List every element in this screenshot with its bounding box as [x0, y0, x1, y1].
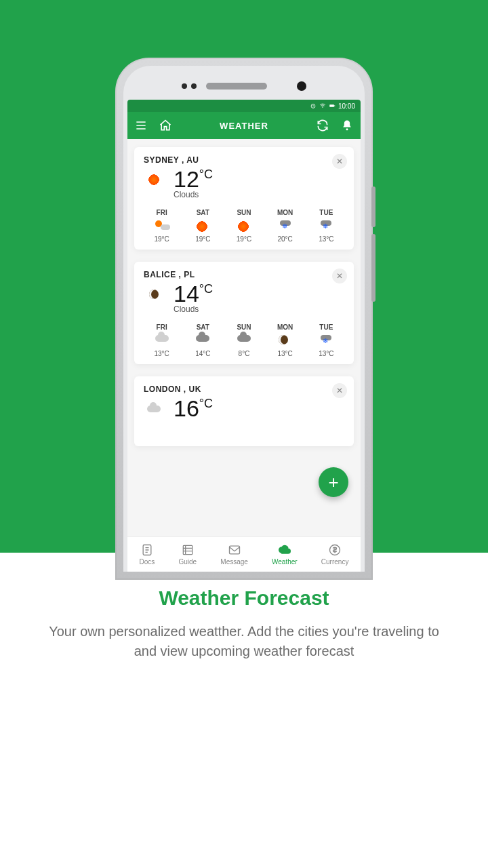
nav-label: Guide — [179, 558, 197, 566]
forecast-day: FRI19°C — [144, 209, 180, 243]
refresh-icon[interactable] — [316, 119, 329, 132]
nav-weather[interactable]: Weather — [272, 543, 298, 566]
forecast-day-temp: 13°C — [277, 350, 292, 357]
phone-earpiece — [127, 73, 361, 100]
forecast-day: SUN19°C — [226, 209, 262, 243]
forecast-day-label: TUE — [319, 209, 333, 216]
phone-side-button — [371, 234, 375, 302]
forecast-day-label: SUN — [237, 209, 251, 216]
add-city-fab[interactable]: + — [319, 467, 348, 497]
forecast-day-temp: 19°C — [154, 235, 169, 243]
forecast-day-label: SAT — [197, 323, 209, 331]
nav-docs[interactable]: Docs — [140, 543, 155, 566]
city-label: BALICE , PL — [144, 270, 344, 279]
rain-icon: ❄ — [319, 220, 333, 231]
nav-icon — [228, 543, 241, 557]
forecast-day-temp: 19°C — [237, 235, 251, 243]
svg-rect-3 — [334, 105, 335, 106]
forecast-day-temp: 13°C — [319, 350, 333, 357]
forecast-day-temp: 8°C — [239, 350, 250, 357]
remove-city-button[interactable]: ✕ — [332, 383, 347, 398]
svg-point-4 — [346, 128, 348, 130]
forecast-day: SUN8°C — [226, 323, 262, 357]
forecast-row: FRI19°CSAT19°CSUN19°CMON❄20°CTUE❄13°C — [144, 209, 344, 243]
forecast-day-temp: 20°C — [277, 235, 292, 243]
nav-currency[interactable]: Currency — [321, 543, 349, 566]
hero-background: 10:00 WEATHER — [0, 0, 488, 553]
app-bar: WEATHER — [127, 112, 361, 139]
phone-side-button — [371, 186, 375, 227]
nav-icon — [278, 543, 291, 557]
forecast-day: SAT19°C — [185, 209, 221, 243]
nav-label: Currency — [321, 558, 349, 566]
weather-card: ✕LONDON , UK16°C — [134, 376, 354, 446]
promo-body: Your own personalized weatther. Add the … — [41, 622, 447, 661]
svg-point-1 — [322, 107, 323, 108]
sun-icon — [237, 220, 251, 231]
forecast-day-label: FRI — [157, 323, 167, 331]
cloud-icon — [155, 335, 169, 346]
forecast-day-temp: 13°C — [154, 350, 169, 357]
cloud-dark-icon — [237, 335, 251, 346]
nav-message[interactable]: Message — [220, 543, 248, 566]
remove-city-button[interactable]: ✕ — [332, 269, 347, 283]
weather-card: ✕SYDNEY , AU12°CCloudsFRI19°CSAT19°CSUN1… — [134, 147, 354, 250]
wifi-icon — [319, 102, 326, 109]
promo-title: Weather Forecast — [41, 587, 447, 610]
page-title: WEATHER — [183, 121, 305, 131]
forecast-day-label: MON — [277, 209, 293, 216]
bottom-nav: DocsGuideMessageWeatherCurrency — [127, 536, 361, 572]
forecast-day-label: FRI — [157, 209, 167, 216]
forecast-day-label: MON — [277, 323, 293, 331]
cloud-icon — [144, 399, 164, 419]
moon-icon — [279, 335, 292, 346]
nav-guide[interactable]: Guide — [179, 543, 197, 566]
current-temp: 14°C — [174, 281, 213, 307]
forecast-day-label: SUN — [237, 323, 251, 331]
city-label: LONDON , UK — [144, 384, 344, 394]
forecast-day-temp: 19°C — [195, 235, 210, 243]
battery-icon — [329, 102, 336, 109]
forecast-day: TUE❄13°C — [308, 323, 344, 357]
home-icon[interactable] — [159, 119, 172, 132]
status-time: 10:00 — [338, 102, 355, 110]
forecast-day: FRI13°C — [144, 323, 180, 357]
nav-label: Weather — [272, 558, 298, 566]
sun-icon — [144, 170, 164, 190]
forecast-day-temp: 13°C — [319, 235, 333, 243]
svg-rect-2 — [329, 104, 334, 106]
nav-label: Message — [220, 558, 248, 566]
svg-rect-7 — [229, 546, 239, 554]
forecast-row: FRI13°CSAT14°CSUN8°CMON13°CTUE❄13°C — [144, 323, 344, 357]
notifications-icon[interactable] — [340, 119, 354, 132]
forecast-day: MON❄20°C — [267, 209, 303, 243]
weather-card: ✕BALICE , PL14°CCloudsFRI13°CSAT14°CSUN8… — [134, 262, 354, 364]
suncloud-icon — [155, 220, 169, 231]
city-label: SYDNEY , AU — [144, 155, 344, 165]
nav-icon — [328, 543, 342, 557]
forecast-day-temp: 14°C — [195, 350, 210, 357]
content-area: ✕SYDNEY , AU12°CCloudsFRI19°CSAT19°CSUN1… — [127, 139, 361, 536]
alarm-icon — [310, 102, 317, 109]
sun-icon — [196, 220, 209, 231]
forecast-day: MON13°C — [267, 323, 303, 357]
current-temp: 12°C — [174, 166, 213, 193]
forecast-day-label: TUE — [319, 323, 333, 331]
forecast-day: SAT14°C — [185, 323, 221, 357]
nav-icon — [140, 543, 154, 557]
nav-label: Docs — [140, 558, 155, 566]
forecast-day: TUE❄13°C — [308, 209, 344, 243]
nav-icon — [181, 543, 195, 557]
rain-icon: ❄ — [279, 220, 292, 231]
remove-city-button[interactable]: ✕ — [332, 154, 347, 169]
rain-icon: ❄ — [319, 335, 333, 346]
menu-icon[interactable] — [134, 119, 148, 132]
svg-rect-6 — [183, 545, 192, 554]
cloud-dark-icon — [196, 335, 209, 346]
status-bar: 10:00 — [127, 100, 361, 112]
moon-icon — [144, 284, 164, 304]
current-temp: 16°C — [174, 395, 213, 422]
phone-screen: 10:00 WEATHER — [127, 100, 361, 572]
phone-mock: 10:00 WEATHER — [115, 58, 373, 580]
forecast-day-label: SAT — [197, 209, 209, 216]
